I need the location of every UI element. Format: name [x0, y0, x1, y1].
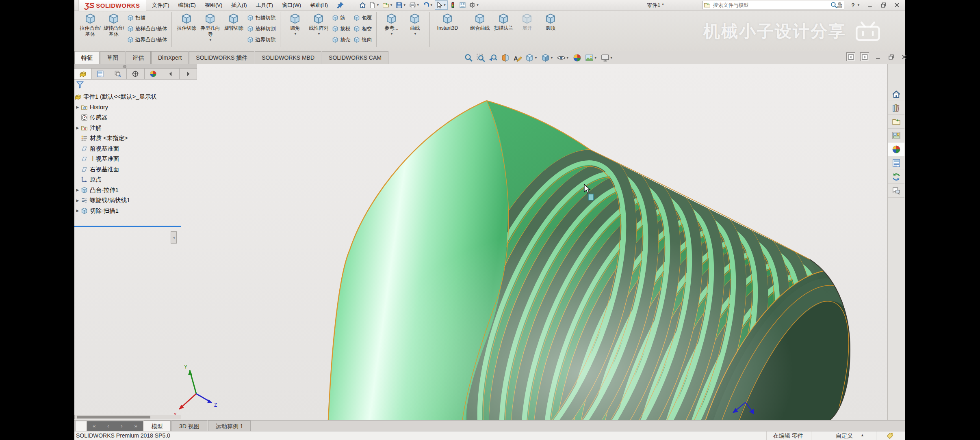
window-minimize-button[interactable]: [865, 0, 875, 10]
apply-scene-button[interactable]: ▼: [584, 53, 598, 63]
search-input[interactable]: [712, 2, 829, 9]
pattern-dropdown-caret[interactable]: ▼: [317, 32, 321, 36]
previous-view-button[interactable]: [488, 53, 499, 63]
panel-top-strip[interactable]: [74, 64, 197, 69]
ribbon-revolve-button[interactable]: 旋转凸台/基体: [102, 11, 126, 48]
tree-expand-arrow[interactable]: ▶: [74, 188, 81, 192]
ribbon-composite-curve-button[interactable]: 组合曲线: [468, 11, 492, 48]
help-button[interactable]: ?▼: [848, 0, 861, 10]
dynamic-annotation-button[interactable]: A: [512, 53, 523, 63]
ribbon-cut-revolve-button[interactable]: 旋转切除: [222, 11, 245, 48]
taskpane-solidworks-resources-button[interactable]: [888, 87, 904, 101]
ribbon-cut-boundary-button[interactable]: 边界切除: [245, 35, 277, 45]
tab-scroll-glyph-2[interactable]: ›: [121, 423, 122, 429]
select-dropdown-caret[interactable]: ▼: [443, 3, 447, 7]
open-dropdown-caret[interactable]: ▼: [390, 3, 393, 7]
ribbon-cut-sweep-button[interactable]: 扫描切除: [245, 13, 277, 23]
taskpane-comments-button[interactable]: [888, 184, 904, 198]
view-orientation-button[interactable]: ▼: [524, 53, 539, 63]
pin-icon[interactable]: [337, 2, 344, 9]
rollback-bar[interactable]: [74, 226, 181, 227]
hole-wizard-dropdown-caret[interactable]: ▼: [209, 38, 212, 42]
hide-show-items-dropdown-caret[interactable]: ▼: [566, 56, 569, 60]
tab-solidworks-插件[interactable]: SOLIDWORKS 插件: [189, 51, 254, 64]
tree-item-History[interactable]: ▶History: [74, 102, 195, 113]
ribbon-shell-button[interactable]: 抽壳: [330, 35, 352, 45]
print-dropdown-caret[interactable]: ▼: [416, 3, 420, 7]
view-settings-dropdown-caret[interactable]: ▼: [610, 56, 613, 60]
panel-collapse-dot[interactable]: [123, 65, 126, 68]
edit-appearance-button[interactable]: [572, 53, 583, 63]
tab-splitter-box[interactable]: [76, 421, 86, 431]
display-style-button[interactable]: ▼: [540, 53, 555, 63]
ribbon-dome-button[interactable]: 圆顶: [539, 11, 562, 48]
options-dropdown-caret[interactable]: ▼: [476, 3, 479, 7]
tree-item-上视基准面[interactable]: 上视基准面: [74, 154, 195, 164]
model-tab-模型[interactable]: 模型: [144, 421, 171, 431]
panel-tab-displaymanager[interactable]: [145, 69, 162, 79]
section-view-button[interactable]: [500, 53, 511, 63]
ribbon-pattern-button[interactable]: 线性阵列▼: [307, 11, 330, 48]
zoom-to-area-button[interactable]: [475, 53, 486, 63]
taskpane-appearances-scenes-button[interactable]: [888, 142, 904, 156]
panel-tab-dimxpertmanager[interactable]: [127, 69, 144, 79]
panel-tab-featuremanager[interactable]: [74, 69, 92, 79]
tree-item-传感器[interactable]: 传感器: [74, 112, 195, 123]
hide-show-items-button[interactable]: ▼: [556, 53, 570, 63]
tree-item-切除-扫描1[interactable]: ▶切除-扫描1: [74, 206, 195, 216]
menu-item-1[interactable]: 编辑(E): [174, 0, 200, 10]
reference-dropdown-caret[interactable]: ▼: [390, 32, 393, 36]
tree-expand-arrow[interactable]: ▶: [74, 198, 81, 203]
save-dropdown-caret[interactable]: ▼: [403, 3, 406, 7]
panel-tab-configurationmanager[interactable]: [109, 69, 127, 79]
status-customize-caret[interactable]: ▲: [861, 433, 864, 437]
tree-item-前视基准面[interactable]: 前视基准面: [74, 144, 195, 154]
status-tag-icon[interactable]: [887, 432, 893, 439]
view-settings-button[interactable]: ▼: [600, 53, 614, 63]
display-style-dropdown-caret[interactable]: ▼: [550, 56, 553, 60]
pane-next-button[interactable]: [860, 52, 869, 61]
window-restore-button[interactable]: [879, 0, 888, 10]
tree-item-材质-未指定-[interactable]: 材质 <未指定>: [74, 133, 195, 144]
menu-item-6[interactable]: 帮助(H): [306, 0, 332, 10]
tab-solidworks-mbd[interactable]: SOLIDWORKS MBD: [255, 51, 321, 64]
ribbon-rib-button[interactable]: 筋: [330, 13, 352, 23]
select-button[interactable]: ▼: [435, 0, 448, 10]
tab-solidworks-cam[interactable]: SOLIDWORKS CAM: [322, 51, 388, 64]
taskpane-solidworks-forum-button[interactable]: [888, 170, 904, 184]
pane-previous-button[interactable]: [846, 52, 855, 61]
menu-item-0[interactable]: 文件(F): [147, 0, 174, 10]
window-close-button[interactable]: [892, 0, 902, 10]
tab-草图[interactable]: 草图: [100, 51, 125, 64]
tree-item-注解[interactable]: ▶A注解: [74, 123, 195, 134]
tab-scroll-buttons[interactable]: «‹›»: [87, 421, 143, 431]
ribbon-wrap-button[interactable]: 包覆: [352, 13, 373, 23]
tree-expand-arrow[interactable]: ▶: [74, 105, 81, 109]
ribbon-draft-button[interactable]: 拔模: [330, 24, 352, 34]
ribbon-loft-button[interactable]: 放样凸台/基体: [126, 24, 169, 34]
home-button[interactable]: [358, 0, 367, 10]
tree-horizontal-scrollbar[interactable]: [74, 415, 181, 419]
tab-特征[interactable]: 特征: [74, 51, 100, 64]
panel-tab-propertymanager[interactable]: [92, 69, 109, 79]
tab-scroll-glyph-0[interactable]: «: [93, 423, 95, 429]
print-button[interactable]: ▼: [408, 0, 421, 10]
undo-dropdown-caret[interactable]: ▼: [430, 3, 433, 7]
fillet-dropdown-caret[interactable]: ▼: [294, 32, 297, 36]
ribbon-sweep-button[interactable]: 扫描: [126, 13, 169, 23]
new-document-button[interactable]: ▼: [368, 0, 381, 10]
ribbon-hole-wizard-button[interactable]: 异型孔向导▼: [198, 11, 222, 48]
interference-check-button[interactable]: [448, 0, 457, 10]
status-customize[interactable]: 自定义: [836, 432, 853, 440]
login-button[interactable]: [835, 0, 844, 10]
tab-评估[interactable]: 评估: [126, 51, 151, 64]
graphics-viewport[interactable]: Y X Z: [74, 64, 888, 420]
tree-item-原点[interactable]: 原点: [74, 175, 195, 185]
taskpane-custom-properties-button[interactable]: [888, 156, 904, 170]
model-tab-3d-视图[interactable]: 3D 视图: [171, 421, 207, 431]
new-document-dropdown-caret[interactable]: ▼: [376, 3, 379, 7]
doc-minimize-button[interactable]: [874, 53, 882, 61]
options-list-button[interactable]: [458, 0, 467, 10]
tab-dimxpert[interactable]: DimXpert: [151, 51, 189, 64]
apply-scene-dropdown-caret[interactable]: ▼: [594, 56, 597, 60]
